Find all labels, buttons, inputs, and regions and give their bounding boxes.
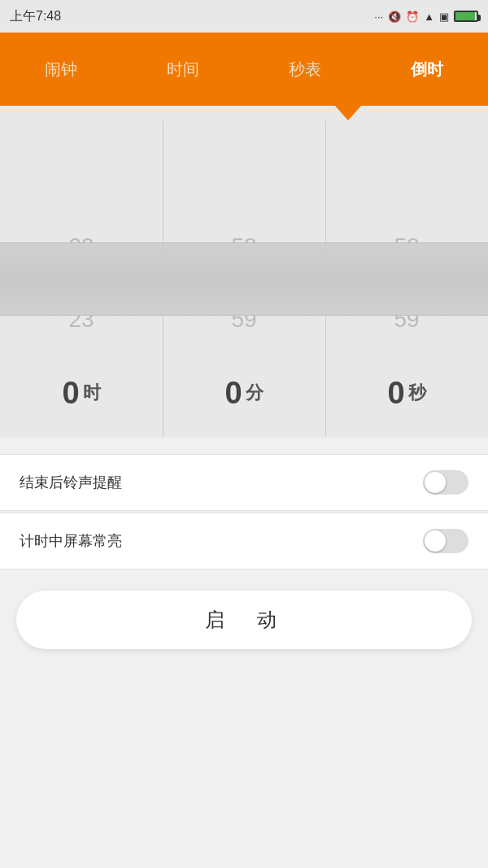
settings-area: 结束后铃声提醒 计时中屏幕常亮 [0,438,488,569]
picker-seconds[interactable]: 58 59 0 秒 1 2 [325,120,488,438]
seconds-selected-overlay [325,242,488,316]
active-tab-triangle [335,106,361,120]
seconds-selected: 0 秒 [325,356,488,430]
hours-below1: 1 [0,430,163,438]
tab-alarm[interactable]: 闹钟 [0,33,122,106]
mute-icon: 🔇 [388,11,401,23]
picker-hours[interactable]: 22 23 0 时 1 2 [0,120,163,438]
status-bar: 上午7:48 ··· 🔇 ⏰ ▲ ▣ [0,0,488,33]
battery-icon [454,11,478,22]
status-time: 上午7:48 [10,8,61,25]
minutes-below1: 1 [163,430,325,438]
settings-row-screen[interactable]: 计时中屏幕常亮 [0,513,488,569]
status-icons: ··· 🔇 ⏰ ▲ ▣ [374,11,478,23]
sim-icon: ▣ [439,11,449,23]
wifi-icon: ▲ [424,11,434,23]
tab-stopwatch[interactable]: 秒表 [244,33,366,106]
picker-area[interactable]: 22 23 0 时 1 2 58 59 0 分 1 2 [0,120,488,438]
tab-time[interactable]: 时间 [122,33,244,106]
bell-toggle[interactable] [423,470,468,495]
minutes-selected: 0 分 [163,356,325,430]
tab-bar: 闹钟 时间 秒表 倒时 [0,33,488,106]
picker-divider-right [325,120,326,438]
tab-indicator [0,106,488,120]
seconds-below1: 1 [325,430,488,438]
picker-minutes[interactable]: 58 59 0 分 1 2 [163,120,325,438]
start-button[interactable]: 启 动 [16,591,472,649]
screen-label: 计时中屏幕常亮 [20,531,122,551]
start-button-wrap: 启 动 [0,571,488,665]
hours-selected-overlay [0,242,163,316]
signal-icon: ··· [374,11,383,23]
alarm-icon: ⏰ [406,11,419,23]
minutes-selected-overlay [163,242,325,316]
settings-row-bell[interactable]: 结束后铃声提醒 [0,454,488,511]
screen-toggle[interactable] [423,529,468,553]
picker-divider-left [163,120,163,438]
hours-selected: 0 时 [0,356,163,430]
tab-countdown[interactable]: 倒时 [366,33,488,106]
bell-label: 结束后铃声提醒 [20,473,122,492]
